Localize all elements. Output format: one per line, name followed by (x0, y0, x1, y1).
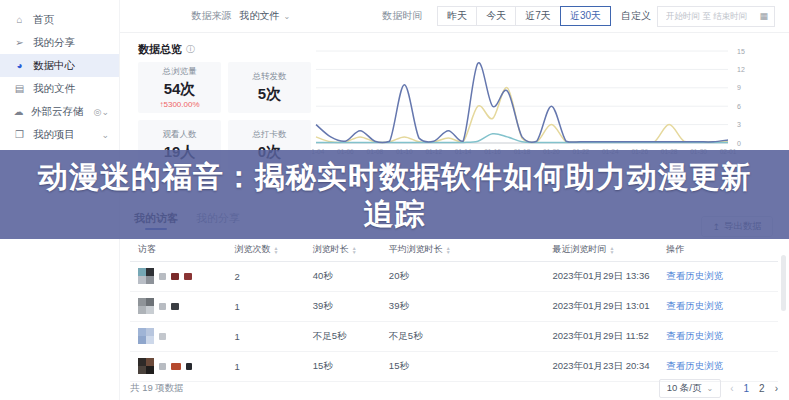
y-tick-label: 3 (737, 121, 741, 128)
sort-icon[interactable]: ▲▼ (446, 246, 451, 254)
views-cell: 1 (226, 351, 304, 381)
redacted-name-block (171, 363, 181, 370)
column-header[interactable]: 浏览时长▲▼ (305, 239, 381, 261)
chevron-down-icon: ⌄ (101, 107, 109, 117)
sidebar-item-label: 外部云存储 (31, 105, 84, 119)
avatar-pixel (138, 358, 146, 366)
promo-banner-overlay: 动漫迷的福音：揭秘实时数据软件如何助力动漫更新 追踪 (0, 150, 789, 239)
avatar-pixel (138, 268, 146, 276)
stat-label: 观看人数 (163, 129, 197, 141)
redacted-name-block (159, 303, 166, 310)
vertical-scrollbar[interactable] (781, 255, 786, 311)
redacted-name-block (159, 273, 166, 280)
sidebar-item-3[interactable]: ▤我的文件 (0, 77, 119, 100)
sort-icon[interactable]: ▲▼ (609, 246, 614, 254)
stat-card-0: 总浏览量54次↑5300.00% (138, 62, 221, 113)
redacted-name-block (171, 303, 179, 310)
data-source-label: 数据来源 (192, 9, 232, 23)
sidebar-item-4[interactable]: ☁外部云存储◎⌄ (0, 100, 119, 123)
sidebar-item-label: 数据中心 (33, 59, 75, 73)
avatar-pixel (146, 328, 154, 336)
view-history-link[interactable]: 查看历史浏览 (666, 330, 723, 341)
column-header[interactable]: 最近浏览时间▲▼ (544, 239, 658, 261)
visitor-cell (138, 268, 218, 284)
avatar (138, 298, 154, 314)
table-body: 240秒20秒2023年01月29日 13:36查看历史浏览139秒39秒202… (130, 261, 778, 381)
time-range-button[interactable]: 今天 (476, 6, 516, 26)
view-history-link[interactable]: 查看历史浏览 (666, 270, 723, 281)
date-range-field[interactable] (664, 10, 756, 22)
stat-label: 总转发数 (253, 71, 287, 83)
sort-icon[interactable]: ▲▼ (273, 246, 278, 254)
folder-icon: ❐ (13, 129, 26, 140)
time-range-group: 昨天今天近7天近30天 (438, 6, 611, 26)
data-source-select[interactable]: 我的文件 ⌄ (240, 9, 291, 23)
y-tick-label: 15 (737, 48, 745, 55)
table-row: 115秒15秒2023年01月23日 20:34查看历史浏览 (130, 351, 778, 381)
avatar-pixel (146, 336, 154, 344)
data-time-label: 数据时间 (382, 9, 422, 23)
column-header: 操作 (658, 239, 778, 261)
visitor-table: 访客浏览次数▲▼浏览时长▲▼平均浏览时长▲▼最近浏览时间▲▼操作 240秒20秒… (130, 239, 778, 382)
stat-value: 54次 (164, 80, 196, 99)
stat-value: 5次 (258, 85, 281, 104)
page-number-2[interactable]: 2 (759, 383, 765, 394)
avatar (138, 358, 154, 374)
app-window: ⌂首页➢我的分享◕数据中心▤我的文件☁外部云存储◎⌄❐我的项目⌄ 数据来源 我的… (0, 0, 789, 400)
redacted-name-block (159, 363, 166, 370)
time-range-button[interactable]: 昨天 (437, 6, 477, 26)
avg-duration-cell: 15秒 (381, 351, 545, 381)
view-history-link[interactable]: 查看历史浏览 (666, 360, 723, 371)
banner-title-line2: 追踪 (0, 195, 789, 232)
time-range-button[interactable]: 近30天 (560, 6, 611, 26)
duration-cell: 39秒 (305, 291, 381, 321)
chevron-down-icon: ⌄ (706, 384, 713, 393)
time-range-button[interactable]: 近7天 (515, 6, 561, 26)
duration-cell: 15秒 (305, 351, 381, 381)
table-row: 240秒20秒2023年01月29日 13:36查看历史浏览 (130, 261, 778, 291)
last-time-cell: 2023年01月29日 11:52 (544, 321, 658, 351)
avatar-pixel (146, 306, 154, 314)
home-icon: ⌂ (13, 14, 26, 25)
sidebar-item-2[interactable]: ◕数据中心 (0, 54, 119, 77)
sidebar-item-5[interactable]: ❐我的项目⌄ (0, 123, 119, 146)
column-header: 访客 (130, 239, 226, 261)
sidebar-item-0[interactable]: ⌂首页 (0, 8, 119, 31)
visitor-cell (138, 358, 218, 374)
column-header[interactable]: 平均浏览时长▲▼ (381, 239, 545, 261)
sidebar-item-label: 我的文件 (33, 82, 75, 96)
custom-range-button[interactable]: 自定义 (621, 9, 651, 23)
page-size-value: 10 条/页 (667, 382, 702, 395)
redacted-name-block (186, 363, 192, 370)
sort-icon[interactable]: ▲▼ (352, 246, 357, 254)
overview-header: 数据总览 ⓘ (138, 42, 195, 57)
prev-page-button[interactable]: ‹ (730, 383, 733, 394)
pagination-area: 10 条/页 ⌄ ‹12› (659, 379, 778, 398)
sidebar-item-label: 我的项目 (33, 128, 75, 142)
stat-label: 总浏览量 (163, 66, 197, 78)
sidebar-nav: ⌂首页➢我的分享◕数据中心▤我的文件☁外部云存储◎⌄❐我的项目⌄ (0, 8, 119, 146)
column-header[interactable]: 浏览次数▲▼ (226, 239, 304, 261)
avatar-pixel (138, 276, 146, 284)
page-number-1[interactable]: 1 (744, 383, 750, 394)
sidebar-item-label: 首页 (33, 13, 54, 27)
y-tick-label: 0 (737, 140, 741, 147)
page-size-select[interactable]: 10 条/页 ⌄ (659, 379, 722, 398)
avatar-pixel (146, 358, 154, 366)
data-center-icon: ◕ (13, 60, 26, 71)
custom-date-range-input[interactable]: ▦ (657, 6, 775, 27)
series-line-yellow (316, 88, 728, 143)
views-cell: 1 (226, 321, 304, 351)
stat-label: 总打卡数 (253, 129, 287, 141)
avatar-pixel (138, 328, 146, 336)
view-history-link[interactable]: 查看历史浏览 (666, 300, 723, 311)
next-page-button[interactable]: › (775, 383, 778, 394)
avatar-pixel (138, 366, 146, 374)
last-time-cell: 2023年01月29日 13:01 (544, 291, 658, 321)
avatar-pixel (138, 306, 146, 314)
y-tick-label: 12 (737, 66, 745, 73)
visitor-cell (138, 328, 218, 344)
sidebar-item-1[interactable]: ➢我的分享 (0, 31, 119, 54)
info-icon[interactable]: ⓘ (186, 43, 195, 56)
share-icon: ➢ (13, 37, 26, 48)
